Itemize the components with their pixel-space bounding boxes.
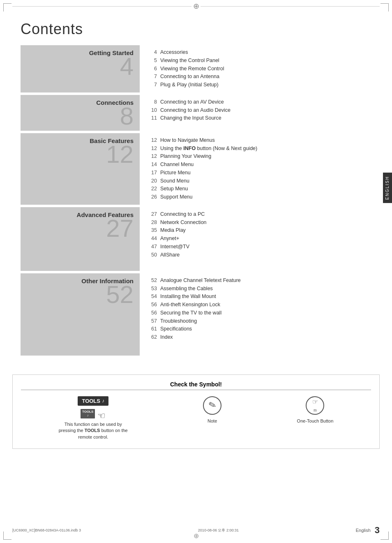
corner-mark-br (380, 531, 389, 540)
main-content: Contents Getting Started 4 4Accessories … (0, 12, 392, 366)
one-touch-icon-area: ☞m (306, 396, 324, 415)
footer-page-number: 3 (375, 525, 380, 536)
section-label-advanced-features: Advanced Features 27 (21, 207, 140, 271)
language-tab: ENGLISH (383, 173, 392, 203)
section-number-connections: 8 (120, 104, 134, 129)
list-item: 56Securing the TV to the wall (148, 309, 371, 317)
list-item: 54Installing the Wall Mount (148, 293, 371, 300)
list-item: 4Accessories (148, 49, 371, 56)
list-item: 28Network Connection (148, 219, 371, 226)
list-item: 47Internet@TV (148, 243, 371, 251)
tools-description: This function can be used bypressing the… (59, 421, 128, 440)
list-item: 35Media Play (148, 226, 371, 234)
toc-section-advanced-features: Advanced Features 27 27Connecting to a P… (21, 207, 371, 271)
tools-hand-area: TOOLS♪ ☜ (81, 409, 106, 421)
note-icon: ✎ (203, 396, 221, 415)
list-item: 56Anti-theft Kensington Lock (148, 301, 371, 309)
footer-file-info: [UC6900_XC]BN68-02843A-01L06.indb 3 (12, 528, 81, 532)
list-item: 20Sound Menu (148, 177, 371, 185)
symbol-item-one-touch: ☞m One-Touch Button (297, 396, 334, 424)
list-item: 12Using the INFO button (Now & Next guid… (148, 145, 371, 153)
one-touch-label: One-Touch Button (297, 418, 334, 424)
check-symbol-content: TOOLS ♪ TOOLS♪ ☜ This function can be us… (21, 396, 371, 440)
page-container: Contents Getting Started 4 4Accessories … (0, 0, 392, 543)
list-item: 62Index (148, 333, 371, 341)
section-label-connections: Connections 8 (21, 95, 140, 131)
list-item: 44Anynet+ (148, 235, 371, 243)
check-symbol-title: Check the Symbol! (21, 381, 371, 390)
tools-label: TOOLS (82, 398, 100, 404)
section-number-advanced-features: 27 (106, 216, 134, 241)
toc-section-basic-features: Basic Features 12 12How to Navigate Menu… (21, 133, 371, 205)
section-content-advanced-features: 27Connecting to a PC 28Network Connectio… (140, 207, 371, 271)
list-item: 10Connecting to an Audio Device (148, 106, 371, 114)
list-item: 50AllShare (148, 251, 371, 259)
list-item: 53Assembling the Cables (148, 285, 371, 293)
section-content-getting-started: 4Accessories 5Viewing the Control Panel … (140, 45, 371, 92)
tools-music-icon: ♪ (102, 398, 104, 404)
toc-section-other-information: Other Information 52 52Analogue Channel … (21, 273, 371, 356)
list-item: 22Setup Menu (148, 185, 371, 193)
section-number-other-information: 52 (106, 282, 134, 307)
section-label-basic-features: Basic Features 12 (21, 133, 140, 205)
footer-right: English 3 (356, 525, 380, 536)
tools-icon-area: TOOLS ♪ (78, 396, 108, 406)
list-item: 7Plug & Play (Initial Setup) (148, 81, 371, 89)
list-item: 27Connecting to a PC (148, 210, 371, 218)
note-icon-area: ✎ (203, 396, 221, 415)
list-item: 14Channel Menu (148, 161, 371, 169)
list-item: 12Planning Your Viewing (148, 153, 371, 160)
list-item: 26Support Menu (148, 193, 371, 201)
tools-badge: TOOLS ♪ (78, 396, 108, 406)
list-item: 8Connecting to an AV Device (148, 98, 371, 106)
one-touch-symbol: ☞m (312, 398, 318, 413)
section-number-basic-features: 12 (106, 142, 134, 167)
section-label-getting-started: Getting Started 4 (21, 45, 140, 92)
section-content-other-information: 52Analogue Channel Teletext Feature 53As… (140, 273, 371, 356)
crosshair-bottom-icon: ⊕ (194, 532, 199, 540)
list-item: 12How to Navigate Menus (148, 136, 371, 144)
corner-mark-bl (3, 531, 12, 540)
symbol-item-tools: TOOLS ♪ TOOLS♪ ☜ This function can be us… (59, 396, 128, 440)
symbol-item-note: ✎ Note (203, 396, 221, 424)
list-item: 17Picture Menu (148, 169, 371, 177)
section-content-connections: 8Connecting to an AV Device 10Connecting… (140, 95, 371, 131)
toc-section-getting-started: Getting Started 4 4Accessories 5Viewing … (21, 45, 371, 92)
tools-small-badge: TOOLS♪ (81, 409, 95, 418)
crosshair-top-icon (191, 2, 201, 11)
footer-timestamp: 2010-08-06 오후 2:00:31 (198, 528, 239, 533)
list-item: 6Viewing the Remote Control (148, 65, 371, 73)
section-content-basic-features: 12How to Navigate Menus 12Using the INFO… (140, 133, 371, 205)
note-pencil-icon: ✎ (208, 399, 217, 411)
section-number-getting-started: 4 (120, 54, 134, 79)
one-touch-icon: ☞m (306, 396, 324, 415)
toc-section-connections: Connections 8 8Connecting to an AV Devic… (21, 95, 371, 131)
list-item: 7Connecting to an Antenna (148, 73, 371, 81)
list-item: 61Specifications (148, 325, 371, 333)
section-label-other-information: Other Information 52 (21, 273, 140, 356)
footer-language: English (356, 528, 371, 533)
check-symbol-box: Check the Symbol! TOOLS ♪ TOOLS♪ ☜ This … (12, 374, 380, 449)
note-label: Note (208, 418, 217, 424)
list-item: 52Analogue Channel Teletext Feature (148, 277, 371, 284)
list-item: 11Changing the Input Source (148, 114, 371, 122)
page-title: Contents (21, 21, 371, 38)
hand-icon: ☜ (97, 411, 106, 421)
list-item: 57Troubleshooting (148, 317, 371, 325)
list-item: 5Viewing the Control Panel (148, 57, 371, 65)
top-bar (0, 0, 392, 12)
